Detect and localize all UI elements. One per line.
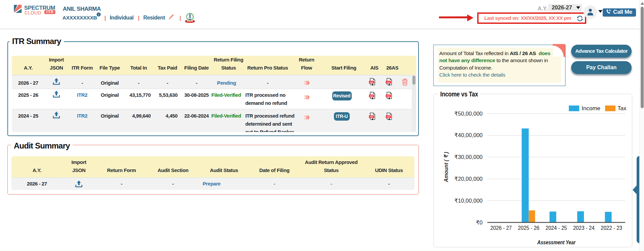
svg-text:2025 - 26: 2025 - 26	[518, 225, 539, 231]
svg-text:PDF: PDF	[369, 116, 374, 118]
svg-text:Tax: Tax	[617, 105, 627, 112]
svg-text:₹40,00,000: ₹40,00,000	[454, 132, 483, 138]
svg-text:PDF: PDF	[387, 95, 391, 97]
svg-text:Assessment Year: Assessment Year	[537, 239, 576, 245]
svg-text:2022 - 23: 2022 - 23	[601, 225, 622, 231]
svg-text:PDF: PDF	[387, 81, 391, 83]
svg-text:₹20,00,000: ₹20,00,000	[454, 176, 483, 182]
svg-text:₹10,00,000: ₹10,00,000	[454, 198, 483, 204]
svg-text:₹50,00,000: ₹50,00,000	[454, 111, 483, 117]
svg-text:2026 - 27: 2026 - 27	[490, 225, 512, 231]
svg-text:₹0: ₹0	[476, 219, 483, 225]
svg-text:INCOME TAX: INCOME TAX	[187, 21, 193, 22]
svg-text:2024 - 25: 2024 - 25	[546, 225, 567, 231]
svg-text:2023 - 24: 2023 - 24	[573, 225, 595, 231]
svg-text:PDF: PDF	[387, 116, 391, 118]
svg-text:PDF: PDF	[369, 81, 374, 83]
svg-text:PDF: PDF	[369, 95, 374, 97]
svg-text:₹30,00,000: ₹30,00,000	[454, 154, 483, 160]
svg-text:Income: Income	[582, 105, 600, 112]
svg-text:Amount ( ₹ ): Amount ( ₹ )	[443, 152, 449, 182]
